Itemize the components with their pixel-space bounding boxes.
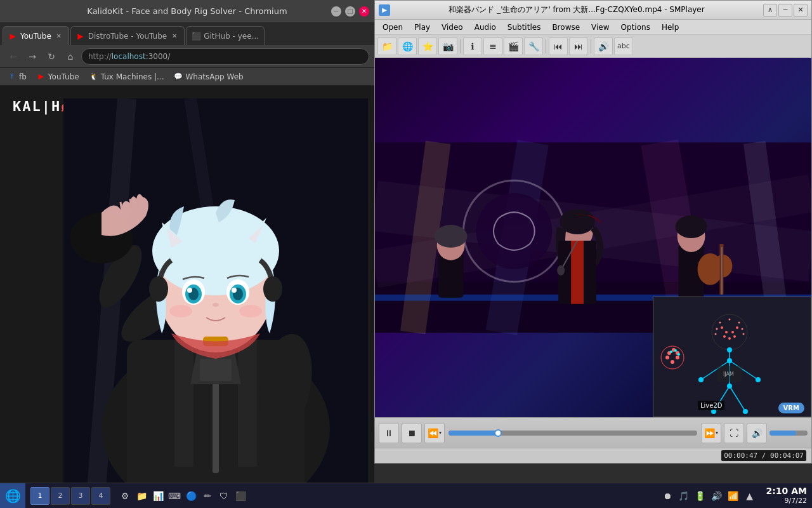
toolbar-sep-1 (460, 39, 461, 53)
svg-point-33 (169, 305, 192, 318)
workspace-2[interactable]: 2 (51, 487, 70, 505)
volume-fill (769, 431, 796, 436)
progress-fill (449, 431, 498, 436)
bookmarks-bar: f fb ▶ YouTube 🐧 Tux Machines |... 💬 Wha… (0, 68, 374, 86)
pose-tracking-svg: IJAM (653, 297, 811, 417)
close-button[interactable]: ✕ (359, 6, 369, 17)
time-display: 00:00:47 / 00:04:07 (721, 450, 806, 461)
bookmark-whatsapp-label: WhatsApp Web (185, 72, 243, 81)
smplayer-menubar: Open Play Video Audio Subtitles Browse V… (375, 20, 811, 35)
settings-icon[interactable]: ⚙ (118, 489, 132, 503)
fullscreen-button[interactable]: ⛶ (724, 423, 744, 443)
svg-point-72 (725, 331, 728, 333)
menu-browse[interactable]: Browse (547, 22, 585, 33)
tray-up-icon[interactable]: ▲ (743, 490, 756, 502)
whatsapp-favicon-icon: 💬 (174, 72, 183, 81)
toolbar-settings-btn[interactable]: 🔧 (524, 37, 543, 55)
svg-point-101 (676, 356, 679, 359)
menu-open[interactable]: Open (377, 22, 408, 33)
tab-github-label: GitHub - yee... (204, 32, 259, 41)
tray-network-icon[interactable]: 📶 (727, 490, 740, 502)
clock-date: 9/7/22 (766, 497, 807, 505)
video-area[interactable]: IJAM Live2D VRM (375, 58, 811, 417)
workspace-4[interactable]: 4 (91, 487, 110, 505)
tray-sound-icon[interactable]: 🔊 (710, 490, 723, 502)
toolbar-prev-btn[interactable]: ⏮ (549, 37, 568, 55)
menu-options[interactable]: Options (616, 22, 655, 33)
volume-button[interactable]: 🔊 (747, 423, 767, 443)
menu-video[interactable]: Video (436, 22, 468, 33)
svg-point-91 (698, 377, 704, 382)
bookmark-tux[interactable]: 🐧 Tux Machines |... (87, 71, 167, 83)
toolbar-web-btn[interactable]: 🌐 (398, 37, 417, 55)
home-button[interactable]: ⌂ (62, 48, 79, 65)
toolbar-info-btn[interactable]: ℹ (463, 37, 482, 55)
tab-youtube-close[interactable]: ✕ (55, 32, 63, 41)
rewind-button[interactable]: ⏪ ▾ (424, 423, 445, 443)
tab-distrotube-close[interactable]: ✕ (170, 32, 179, 41)
pause-button[interactable]: ⏸ (379, 423, 399, 443)
bookmark-youtube[interactable]: ▶ YouTube (34, 71, 82, 83)
progress-handle[interactable] (494, 429, 502, 437)
bookmark-fb[interactable]: f fb (5, 71, 29, 83)
reload-button[interactable]: ↻ (43, 48, 60, 65)
titlebar-buttons: ─ □ ✕ (331, 6, 369, 17)
tab-github[interactable]: ⬛ GitHub - yee... (186, 26, 265, 45)
menu-audio[interactable]: Audio (469, 22, 501, 33)
toolbar-open-btn[interactable]: 📁 (377, 37, 396, 55)
terminal-icon[interactable]: ⌨ (167, 489, 181, 503)
volume-slider[interactable] (769, 431, 808, 436)
toolbar-mute-btn[interactable]: 🔊 (594, 37, 613, 55)
smplayer-close-button[interactable]: ✕ (794, 4, 808, 17)
tray-battery-icon[interactable]: 🔋 (694, 490, 707, 502)
browser-icon[interactable]: 🔵 (184, 489, 198, 503)
svg-point-81 (738, 322, 740, 324)
vrm-label: VRM (778, 403, 804, 413)
toolbar-sep-3 (591, 39, 591, 53)
forward-button[interactable]: → (24, 48, 41, 65)
tray-media-icon[interactable]: 🎵 (678, 490, 690, 502)
smplayer-up-button[interactable]: ∧ (763, 4, 777, 17)
menu-play[interactable]: Play (409, 22, 435, 33)
workspace-1[interactable]: 1 (30, 487, 49, 505)
pen-icon[interactable]: ✏ (200, 489, 214, 503)
progress-bar[interactable] (449, 431, 697, 436)
bookmark-whatsapp[interactable]: 💬 WhatsApp Web (171, 71, 246, 83)
svg-point-90 (727, 358, 732, 363)
menu-view[interactable]: View (586, 22, 614, 33)
svg-point-34 (239, 305, 262, 318)
address-bar[interactable]: http://localhost:3000/ (81, 48, 369, 65)
shield-icon[interactable]: 🛡 (217, 489, 231, 503)
maximize-button[interactable]: □ (345, 6, 355, 17)
app-icon[interactable]: ⬛ (233, 489, 247, 503)
back-button[interactable]: ← (5, 48, 22, 65)
stop-button[interactable]: ⏹ (402, 423, 422, 443)
tray-record-icon[interactable]: ⏺ (661, 490, 674, 502)
toolbar-fav-btn[interactable]: ⭐ (418, 37, 437, 55)
toolbar-playlist-btn[interactable]: ≡ (483, 37, 502, 55)
tab-youtube[interactable]: ▶ YouTube ✕ (3, 26, 69, 45)
svg-rect-7 (238, 340, 257, 467)
svg-point-71 (736, 326, 738, 329)
toolbar-screenshot-btn[interactable]: 📷 (438, 37, 457, 55)
toolbar-effects-btn[interactable]: 🎬 (504, 37, 523, 55)
menu-subtitles[interactable]: Subtitles (502, 22, 546, 33)
pause-icon: ⏸ (384, 428, 393, 438)
svg-point-82 (715, 333, 717, 335)
taskbar: 🌐 1 2 3 4 ⚙ 📁 📊 ⌨ 🔵 ✏ 🛡 ⬛ ⏺ 🎵 🔋 🔊 📶 ▲ 2:… (0, 483, 812, 508)
forward-button[interactable]: ⏩ ▾ (701, 423, 721, 443)
video-frame: IJAM Live2D VRM (375, 58, 811, 417)
browser-tabs: ▶ YouTube ✕ ▶ DistroTube - YouTube ✕ ⬛ G… (0, 22, 374, 45)
distrotube-favicon: ▶ (76, 32, 85, 41)
toolbar-next-btn[interactable]: ⏭ (569, 37, 588, 55)
menu-help[interactable]: Help (657, 22, 684, 33)
tab-distrotube[interactable]: ▶ DistroTube - YouTube ✕ (70, 26, 185, 45)
monitor-icon[interactable]: 📊 (151, 489, 165, 503)
minimize-button[interactable]: ─ (331, 6, 341, 17)
svg-point-73 (731, 331, 734, 333)
files-icon[interactable]: 📁 (134, 489, 148, 503)
toolbar-sub-btn[interactable]: abc (614, 37, 633, 55)
workspace-3[interactable]: 3 (71, 487, 90, 505)
smplayer-minimize-button[interactable]: ─ (778, 4, 792, 17)
taskbar-start-button[interactable]: 🌐 (0, 483, 25, 509)
